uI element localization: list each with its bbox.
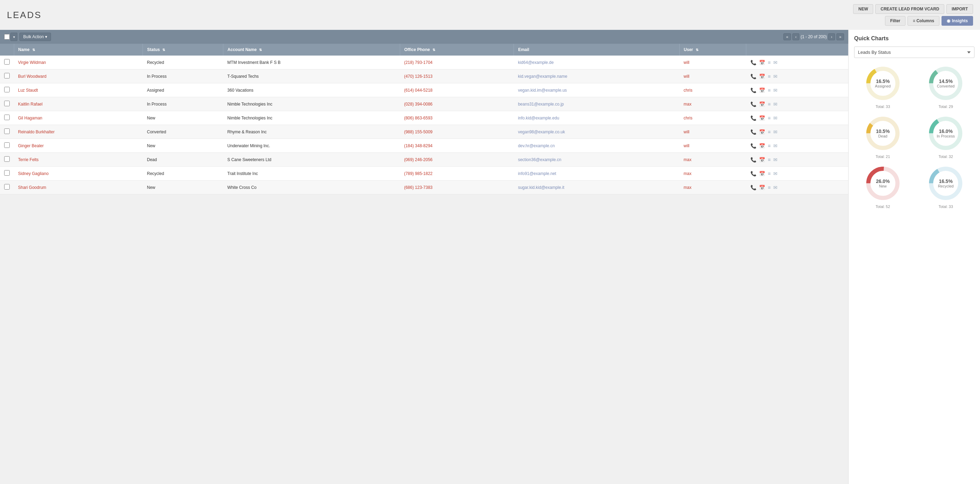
- row-checkbox[interactable]: [4, 59, 10, 65]
- col-phone[interactable]: Office Phone ⇅: [400, 44, 514, 56]
- lead-phone[interactable]: (028) 394-0086: [404, 102, 433, 107]
- lead-name-link[interactable]: Luz Staudt: [18, 88, 38, 93]
- row-checkbox-cell[interactable]: [0, 111, 14, 125]
- list-action-icon[interactable]: ≡: [768, 60, 770, 65]
- next-page-button[interactable]: ›: [828, 34, 835, 40]
- lead-email[interactable]: kid.vegan@example.name: [518, 74, 567, 79]
- list-action-icon[interactable]: ≡: [768, 115, 770, 121]
- lead-user[interactable]: chris: [684, 88, 692, 93]
- lead-user[interactable]: max: [684, 171, 692, 176]
- select-all-area[interactable]: ▾: [4, 33, 18, 41]
- lead-name-link[interactable]: Terrie Felts: [18, 157, 38, 162]
- first-page-button[interactable]: «: [783, 34, 791, 40]
- phone-action-icon[interactable]: 📞: [751, 171, 756, 176]
- lead-phone[interactable]: (069) 246-2056: [404, 157, 433, 162]
- lead-email[interactable]: info91@example.net: [518, 171, 556, 176]
- lead-phone[interactable]: (218) 793-1704: [404, 60, 433, 65]
- calendar-action-icon[interactable]: 📅: [759, 157, 765, 163]
- row-checkbox[interactable]: [4, 128, 10, 134]
- list-action-icon[interactable]: ≡: [768, 157, 770, 163]
- lead-user[interactable]: max: [684, 157, 692, 162]
- phone-action-icon[interactable]: 📞: [751, 73, 756, 79]
- calendar-action-icon[interactable]: 📅: [759, 129, 765, 135]
- calendar-action-icon[interactable]: 📅: [759, 101, 765, 107]
- phone-action-icon[interactable]: 📞: [751, 115, 756, 121]
- row-checkbox-cell[interactable]: [0, 125, 14, 139]
- lead-phone[interactable]: (686) 123-7383: [404, 185, 433, 190]
- list-action-icon[interactable]: ≡: [768, 129, 770, 135]
- lead-email[interactable]: beans31@example.co.jp: [518, 102, 564, 107]
- row-checkbox-cell[interactable]: [0, 56, 14, 69]
- row-checkbox-cell[interactable]: [0, 181, 14, 195]
- lead-name-link[interactable]: Reinaldo Burkhalter: [18, 129, 54, 134]
- create-from-vcard-button[interactable]: CREATE LEAD FROM VCARD: [875, 4, 944, 14]
- col-email[interactable]: Email: [514, 44, 680, 56]
- row-checkbox[interactable]: [4, 73, 10, 78]
- lead-user[interactable]: will: [684, 144, 689, 148]
- list-action-icon[interactable]: ≡: [768, 185, 770, 190]
- prev-page-button[interactable]: ‹: [792, 34, 799, 40]
- email-action-icon[interactable]: ✉: [773, 60, 778, 65]
- lead-phone[interactable]: (184) 348-8294: [404, 144, 433, 148]
- lead-name-link[interactable]: Burl Woodward: [18, 74, 46, 79]
- col-user[interactable]: User ⇅: [679, 44, 746, 56]
- chart-type-select[interactable]: Leads By Status: [854, 46, 974, 58]
- list-action-icon[interactable]: ≡: [768, 171, 770, 176]
- row-checkbox[interactable]: [4, 101, 10, 106]
- lead-email[interactable]: section36@example.cn: [518, 157, 562, 162]
- row-checkbox-cell[interactable]: [0, 83, 14, 97]
- filter-button[interactable]: Filter: [885, 16, 905, 26]
- lead-user[interactable]: chris: [684, 116, 692, 120]
- col-account[interactable]: Account Name ⇅: [223, 44, 400, 56]
- lead-user[interactable]: max: [684, 185, 692, 190]
- import-button[interactable]: IMPORT: [947, 4, 973, 14]
- columns-button[interactable]: ≡ Columns: [907, 16, 939, 26]
- list-action-icon[interactable]: ≡: [768, 88, 770, 93]
- phone-action-icon[interactable]: 📞: [751, 185, 756, 190]
- lead-name-link[interactable]: Ginger Bealer: [18, 144, 44, 148]
- email-action-icon[interactable]: ✉: [773, 115, 778, 121]
- phone-action-icon[interactable]: 📞: [751, 157, 756, 163]
- row-checkbox-cell[interactable]: [0, 139, 14, 153]
- lead-email[interactable]: vegan.kid.im@example.us: [518, 88, 567, 93]
- lead-user[interactable]: will: [684, 129, 689, 134]
- lead-phone[interactable]: (988) 155-5009: [404, 129, 433, 134]
- calendar-action-icon[interactable]: 📅: [759, 115, 765, 121]
- phone-action-icon[interactable]: 📞: [751, 143, 756, 149]
- calendar-action-icon[interactable]: 📅: [759, 60, 765, 65]
- list-action-icon[interactable]: ≡: [768, 101, 770, 107]
- lead-email[interactable]: kid64@example.de: [518, 60, 554, 65]
- list-action-icon[interactable]: ≡: [768, 73, 770, 79]
- email-action-icon[interactable]: ✉: [773, 185, 778, 190]
- row-checkbox-cell[interactable]: [0, 97, 14, 111]
- calendar-action-icon[interactable]: 📅: [759, 171, 765, 176]
- lead-name-link[interactable]: Gil Hagaman: [18, 116, 42, 120]
- bulk-select-dropdown[interactable]: ▾: [10, 33, 18, 41]
- calendar-action-icon[interactable]: 📅: [759, 143, 765, 149]
- phone-action-icon[interactable]: 📞: [751, 129, 756, 135]
- col-name[interactable]: Name ⇅: [14, 44, 143, 56]
- calendar-action-icon[interactable]: 📅: [759, 185, 765, 190]
- email-action-icon[interactable]: ✉: [773, 157, 778, 163]
- row-checkbox[interactable]: [4, 156, 10, 162]
- email-action-icon[interactable]: ✉: [773, 88, 778, 93]
- insights-button[interactable]: ◉ Insights: [942, 16, 973, 26]
- lead-name-link[interactable]: Kaitlin Rafael: [18, 102, 43, 107]
- lead-email[interactable]: dev.hr@example.cn: [518, 144, 555, 148]
- email-action-icon[interactable]: ✉: [773, 171, 778, 176]
- email-action-icon[interactable]: ✉: [773, 73, 778, 79]
- lead-user[interactable]: max: [684, 102, 692, 107]
- phone-action-icon[interactable]: 📞: [751, 60, 756, 65]
- lead-name-link[interactable]: Shari Goodrum: [18, 185, 46, 190]
- calendar-action-icon[interactable]: 📅: [759, 73, 765, 79]
- lead-phone[interactable]: (806) 863-6593: [404, 116, 433, 120]
- lead-name-link[interactable]: Sidney Gagliano: [18, 171, 49, 176]
- col-status[interactable]: Status ⇅: [143, 44, 223, 56]
- list-action-icon[interactable]: ≡: [768, 143, 770, 149]
- lead-user[interactable]: will: [684, 60, 689, 65]
- last-page-button[interactable]: »: [837, 34, 844, 40]
- lead-phone[interactable]: (614) 044-5218: [404, 88, 433, 93]
- lead-email[interactable]: sugar.kid.kid@example.it: [518, 185, 565, 190]
- row-checkbox-cell[interactable]: [0, 153, 14, 167]
- lead-phone[interactable]: (470) 126-1513: [404, 74, 433, 79]
